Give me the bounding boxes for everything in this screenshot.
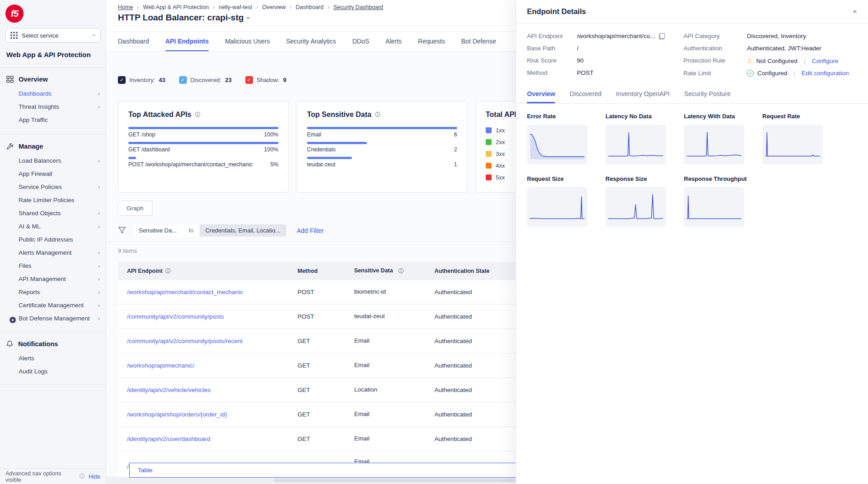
- breadcrumb: Home› Web App & API Protection› nelly-wa…: [118, 4, 383, 10]
- sidebar-item-api-management[interactable]: API Management›: [0, 272, 106, 286]
- hide-link[interactable]: Hide: [88, 474, 100, 480]
- sidebar-item-certificate-management[interactable]: Certificate Management›: [0, 299, 106, 312]
- overview-grid-icon: [6, 76, 14, 83]
- panel-tab-inventory-openapi[interactable]: Inventory OpenAPI: [616, 87, 669, 103]
- manage-section-header[interactable]: Manage: [0, 139, 106, 154]
- legend-swatch-1xx: [486, 127, 492, 133]
- copy-icon[interactable]: [659, 33, 665, 39]
- chevron-right-icon: ›: [327, 4, 329, 10]
- edit-configuration-link[interactable]: Edit configuration: [802, 70, 849, 77]
- chevron-right-icon: ›: [137, 4, 139, 10]
- request-rate-chart: Request Rate: [762, 113, 841, 165]
- tab-dashboard[interactable]: Dashboard: [118, 32, 149, 51]
- f5-logo-icon[interactable]: f5: [5, 5, 24, 23]
- filter-funnel-icon[interactable]: [118, 227, 126, 234]
- breadcrumb-overview[interactable]: Overview: [262, 4, 286, 10]
- sidebar-item-files[interactable]: Files›: [0, 259, 106, 272]
- panel-tab-discovered[interactable]: Discovered: [570, 87, 601, 103]
- info-icon: ⓘ: [79, 473, 85, 480]
- checkbox-icon: ✓: [179, 76, 187, 84]
- sidebar-item-service-policies[interactable]: Service Policies›: [0, 180, 106, 194]
- endpoint-details-grid: API Endpoint /workshop/api/merchant/co..…: [516, 24, 868, 80]
- warning-icon: ⚠: [747, 57, 753, 64]
- bell-icon: [6, 340, 13, 348]
- filter-chip[interactable]: Sensitive Da... In Credentials, Email, L…: [132, 224, 287, 237]
- endpoint-details-panel: Endpoint Details × API Endpoint /worksho…: [516, 0, 868, 484]
- chevron-right-icon: ›: [98, 158, 100, 164]
- chevron-right-icon: ›: [290, 4, 292, 10]
- info-icon[interactable]: ⓘ: [375, 111, 380, 119]
- breadcrumb-dashboard[interactable]: Dashboard: [296, 4, 323, 10]
- select-service-dropdown[interactable]: Select service ›: [5, 28, 101, 43]
- filter-value[interactable]: Credentials, Email, Locatio...: [200, 224, 286, 237]
- breadcrumb-security-dashboard[interactable]: Security Dashboard: [333, 4, 383, 10]
- sidebar-item-shared-objects[interactable]: Shared Objects›: [0, 207, 106, 220]
- category-checkboxes: ✓ Inventory:43 ✓ Discovered:23 ✓ Shadow:…: [118, 76, 287, 84]
- endpoint-link[interactable]: /workshop/api/merchant/contact_mechanic: [127, 289, 295, 295]
- tab-api-endpoints[interactable]: API Endpoints: [166, 32, 209, 51]
- endpoint-link[interactable]: /identity/api/v2/user/dashboard: [127, 436, 295, 442]
- tab-malicious-users[interactable]: Malicious Users: [225, 32, 270, 51]
- sidebar-item-threat-insights[interactable]: Threat Insights›: [0, 100, 106, 113]
- checkbox-icon: ✓: [245, 76, 253, 84]
- sidebar-item-app-firewall[interactable]: App Firewall: [0, 167, 106, 180]
- sidebar-item-public-ip-addresses[interactable]: Public IP Addresses: [0, 233, 106, 246]
- response-size-chart: Response Size: [605, 175, 684, 227]
- endpoint-link[interactable]: /workshop/api/shop/orders/{order_id}: [127, 411, 295, 418]
- close-icon[interactable]: ×: [853, 7, 857, 16]
- info-icon[interactable]: ⓘ: [195, 111, 200, 119]
- metric-sparklines: Error Rate Latency No Data Latency With …: [516, 104, 868, 236]
- checkbox-shadow[interactable]: ✓ Shadow:9: [245, 76, 287, 84]
- sidebar-footer: Advanced nav options visible ⓘ Hide: [0, 469, 106, 484]
- sidebar-item-dashboards[interactable]: Dashboards›: [0, 87, 106, 100]
- checkbox-discovered[interactable]: ✓ Discovered:23: [179, 76, 232, 84]
- add-filter-button[interactable]: Add Filter: [297, 227, 324, 234]
- chevron-right-icon: ›: [98, 223, 100, 229]
- sidebar-item-app-traffic[interactable]: App Traffic: [0, 113, 106, 126]
- endpoint-link[interactable]: /community/api/v2/community/posts/recent: [127, 338, 295, 344]
- endpoint-link[interactable]: /workshop/api/mechanic/: [127, 362, 295, 369]
- sidebar-item-alerts-management[interactable]: Alerts Management›: [0, 246, 106, 259]
- sidebar-item-alerts[interactable]: Alerts: [0, 352, 106, 365]
- filter-operator[interactable]: In: [183, 224, 200, 237]
- select-service-label: Select service: [22, 32, 89, 39]
- sidebar-item-ai-ml[interactable]: AI & ML›: [0, 220, 106, 233]
- top-sensitive-data-card: Top Sensitive Dataⓘ Email6 Credentials2 …: [297, 101, 468, 193]
- attacked-api-row: GET /shop100%: [128, 127, 278, 138]
- endpoint-link[interactable]: /community/api/v2/community/posts: [127, 313, 295, 320]
- checkbox-inventory[interactable]: ✓ Inventory:43: [118, 76, 166, 84]
- chevron-right-icon: ›: [98, 315, 100, 321]
- sidebar-item-bot-defense-management[interactable]: ●Bot Defense Management›: [0, 312, 106, 326]
- checkbox-icon: ✓: [118, 76, 126, 84]
- graph-view-button[interactable]: Graph: [118, 201, 152, 216]
- attacked-api-row: POST /workshop/api/merchant/contact_mech…: [128, 157, 278, 168]
- top-attacked-apis-card: Top Attacked APIsⓘ GET /shop100% GET /da…: [118, 101, 289, 193]
- filter-bar: Sensitive Da... In Credentials, Email, L…: [118, 224, 324, 237]
- tab-ddos[interactable]: DDoS: [352, 32, 369, 51]
- info-icon[interactable]: ⓘ: [398, 267, 404, 276]
- product-title: Web App & API Protection: [6, 51, 91, 58]
- info-icon[interactable]: ⓘ: [165, 267, 171, 275]
- sidebar-item-load-balancers[interactable]: Load Balancers›: [0, 154, 106, 167]
- tab-bot-defense[interactable]: Bot Defense: [461, 32, 496, 51]
- breadcrumb-home[interactable]: Home: [118, 4, 133, 10]
- chevron-down-icon[interactable]: ›: [245, 17, 252, 19]
- chevron-right-icon: ›: [98, 91, 100, 97]
- latency-with-data-chart: Latency With Data: [684, 113, 762, 165]
- endpoint-link[interactable]: /identity/api/v2/vehicle/vehicles: [127, 387, 295, 393]
- panel-tab-security-posture[interactable]: Security Posture: [684, 87, 731, 103]
- filter-field[interactable]: Sensitive Da...: [133, 224, 183, 237]
- sidebar-item-rate-limiter-policies[interactable]: Rate Limiter Policies: [0, 194, 106, 207]
- tab-security-analytics[interactable]: Security Analytics: [286, 32, 336, 51]
- sidebar-item-reports[interactable]: Reports›: [0, 286, 106, 299]
- overview-section-header[interactable]: Overview: [0, 72, 106, 87]
- notifications-section-header[interactable]: Notifications: [0, 336, 106, 352]
- tab-alerts[interactable]: Alerts: [385, 32, 402, 51]
- check-circle-icon: ✓: [747, 70, 754, 77]
- breadcrumb-waap[interactable]: Web App & API Protection: [143, 4, 209, 10]
- sidebar-item-audit-logs[interactable]: Audit Logs: [0, 365, 106, 378]
- configure-link[interactable]: Configure: [812, 58, 839, 64]
- breadcrumb-namespace[interactable]: nelly-waf-test: [219, 4, 252, 10]
- tab-requests[interactable]: Requests: [418, 32, 445, 51]
- panel-tab-overview[interactable]: Overview: [527, 87, 555, 103]
